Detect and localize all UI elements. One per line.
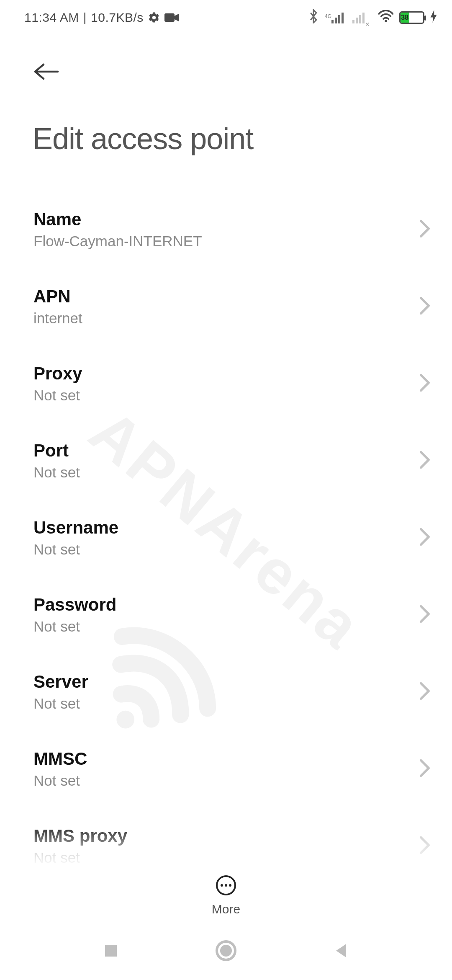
setting-username[interactable]: Username Not set bbox=[0, 499, 452, 576]
chevron-right-icon bbox=[419, 374, 430, 394]
chevron-right-icon bbox=[419, 528, 430, 548]
setting-value: Not set bbox=[33, 464, 419, 481]
setting-value: Not set bbox=[33, 541, 419, 558]
battery-icon: 38 bbox=[399, 11, 424, 24]
settings-list: Name Flow-Cayman-INTERNET APN internet P… bbox=[0, 168, 452, 885]
svg-rect-4 bbox=[338, 15, 340, 23]
svg-rect-8 bbox=[359, 15, 361, 23]
setting-title: MMSC bbox=[33, 749, 419, 769]
wifi-icon bbox=[378, 10, 393, 26]
svg-point-13 bbox=[225, 884, 227, 887]
svg-point-17 bbox=[220, 945, 232, 957]
setting-password[interactable]: Password Not set bbox=[0, 576, 452, 653]
setting-mmsc[interactable]: MMSC Not set bbox=[0, 730, 452, 807]
svg-rect-9 bbox=[362, 13, 365, 23]
system-nav-bar bbox=[0, 923, 452, 980]
setting-value: internet bbox=[33, 310, 419, 327]
svg-rect-3 bbox=[335, 18, 337, 23]
svg-rect-7 bbox=[356, 18, 358, 23]
setting-value: Not set bbox=[33, 387, 419, 404]
bottom-toolbar: More bbox=[0, 869, 452, 916]
nav-back-button[interactable] bbox=[332, 941, 350, 962]
setting-value: Not set bbox=[33, 849, 419, 866]
charging-icon bbox=[430, 10, 437, 25]
setting-title: Password bbox=[33, 595, 419, 615]
svg-point-10 bbox=[385, 20, 387, 22]
more-label: More bbox=[212, 902, 240, 916]
setting-value: Not set bbox=[33, 695, 419, 712]
chevron-right-icon bbox=[419, 759, 430, 779]
setting-title: Username bbox=[33, 518, 419, 538]
chevron-right-icon bbox=[419, 682, 430, 702]
status-time: 11:34 AM bbox=[24, 10, 79, 25]
status-bar: 11:34 AM | 10.7KB/s 4G ✕ 38 bbox=[0, 0, 452, 35]
nav-home-button[interactable] bbox=[214, 939, 238, 964]
setting-port[interactable]: Port Not set bbox=[0, 422, 452, 499]
battery-percentage: 38 bbox=[401, 13, 409, 23]
setting-value: Flow-Cayman-INTERNET bbox=[33, 233, 419, 250]
nav-recent-button[interactable] bbox=[102, 941, 120, 962]
svg-rect-1 bbox=[164, 13, 175, 22]
svg-rect-15 bbox=[105, 945, 117, 957]
setting-title: Server bbox=[33, 672, 419, 692]
svg-point-12 bbox=[221, 884, 223, 887]
setting-apn[interactable]: APN internet bbox=[0, 268, 452, 345]
setting-title: Name bbox=[33, 209, 419, 230]
setting-title: MMS proxy bbox=[33, 826, 419, 846]
chevron-right-icon bbox=[419, 297, 430, 317]
back-button[interactable] bbox=[33, 58, 60, 87]
gear-icon bbox=[148, 11, 160, 24]
camera-icon bbox=[164, 13, 179, 23]
chevron-right-icon bbox=[419, 836, 430, 856]
signal-sim1-icon: 4G bbox=[325, 12, 347, 23]
chevron-right-icon bbox=[419, 219, 430, 240]
more-button[interactable]: More bbox=[212, 874, 240, 916]
status-netspeed: 10.7KB/s bbox=[91, 10, 144, 25]
svg-rect-5 bbox=[342, 13, 344, 23]
chevron-right-icon bbox=[419, 451, 430, 471]
signal-sim2-icon: ✕ bbox=[352, 12, 372, 23]
bluetooth-icon bbox=[308, 9, 319, 26]
more-icon bbox=[215, 874, 237, 898]
setting-server[interactable]: Server Not set bbox=[0, 653, 452, 730]
setting-name[interactable]: Name Flow-Cayman-INTERNET bbox=[0, 191, 452, 268]
setting-title: Port bbox=[33, 441, 419, 461]
page-title: Edit access point bbox=[0, 87, 452, 168]
svg-point-14 bbox=[229, 884, 231, 887]
setting-value: Not set bbox=[33, 772, 419, 789]
status-sep: | bbox=[83, 10, 87, 25]
setting-title: APN bbox=[33, 286, 419, 307]
svg-rect-2 bbox=[331, 20, 334, 23]
setting-title: Proxy bbox=[33, 364, 419, 384]
setting-proxy[interactable]: Proxy Not set bbox=[0, 345, 452, 422]
svg-rect-6 bbox=[352, 20, 354, 23]
setting-value: Not set bbox=[33, 618, 419, 635]
chevron-right-icon bbox=[419, 605, 430, 625]
